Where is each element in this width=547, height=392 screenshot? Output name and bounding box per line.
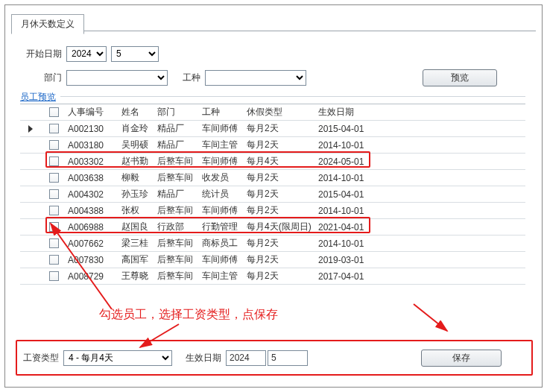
table-row[interactable]: A004302孙玉珍精品厂统计员每月2天2015-04-01 (20, 186, 525, 203)
cell-type: 每月2天 (245, 122, 317, 135)
col-date: 生效日期 (317, 106, 384, 118)
cell-type: 每月4天 (245, 155, 317, 168)
table-row[interactable]: A008729王尊晓后整车间车间主管每月2天2017-04-01 (20, 268, 525, 285)
cell-job: 收发员 (200, 171, 245, 184)
cell-dept: 后整车间 (156, 204, 200, 217)
row-checkbox[interactable] (49, 173, 59, 183)
job-label: 工种 (177, 72, 205, 84)
row-checkbox[interactable] (49, 271, 59, 281)
table-row[interactable]: A002130肖金玲精品厂车间师傅每月2天2015-04-01 (20, 121, 525, 137)
cell-name: 孙玉珍 (120, 188, 156, 200)
cell-dept: 后整车间 (156, 270, 200, 282)
table-row[interactable]: A004388张权后整车间车间师傅每月2天2014-10-01 (20, 203, 525, 219)
tab-monthly-rest[interactable]: 月休天数定义 (11, 14, 84, 34)
row-checkbox[interactable] (49, 238, 59, 248)
cell-id: A007662 (66, 238, 120, 249)
header-checkbox[interactable] (49, 107, 59, 117)
cell-job: 车间师傅 (200, 155, 245, 168)
cell-date: 2017-04-01 (317, 271, 384, 282)
cell-type: 每月2天 (245, 139, 317, 151)
cell-name: 高国军 (120, 253, 156, 266)
cell-dept: 后整车间 (156, 237, 200, 250)
window-frame: 月休天数定义 开始日期 2024 5 部门 工种 预览 员工预览 人事编号 姓名… (4, 4, 543, 388)
cell-name: 赵国良 (120, 221, 156, 233)
preview-button[interactable]: 预览 (423, 69, 497, 86)
cell-name: 吴明硕 (120, 139, 156, 151)
cell-job: 车间师傅 (200, 253, 245, 266)
cell-name: 王尊晓 (120, 270, 156, 282)
dept-select[interactable] (66, 70, 168, 86)
tab-label: 月休天数定义 (21, 19, 75, 29)
job-select[interactable] (205, 70, 306, 86)
cell-job: 车间主管 (200, 139, 245, 151)
table-row[interactable]: A003180吴明硕精品厂车间主管每月2天2014-10-01 (20, 137, 525, 154)
cell-id: A002130 (66, 124, 120, 134)
cell-name: 张权 (120, 204, 156, 217)
cell-job: 车间主管 (200, 270, 245, 282)
cell-date: 2014-10-01 (317, 140, 384, 151)
cell-date: 2015-04-01 (317, 189, 384, 200)
tab-underline (11, 31, 536, 31)
row-checkbox[interactable] (49, 255, 59, 265)
cell-id: A004388 (66, 206, 120, 216)
row-checkbox[interactable] (49, 222, 59, 232)
effective-year-input[interactable]: 2024 (226, 350, 266, 366)
cell-date: 2014-10-01 (317, 238, 384, 249)
col-name: 姓名 (120, 106, 156, 118)
section-title-link[interactable]: 员工预览 (20, 92, 56, 102)
cell-date: 2024-05-01 (317, 157, 384, 167)
row-checkbox[interactable] (49, 206, 59, 215)
start-date-label: 开始日期 (23, 48, 66, 60)
cell-type: 每月2天 (245, 171, 317, 184)
row-checkbox[interactable] (49, 157, 59, 166)
cell-date: 2014-10-01 (317, 206, 384, 216)
cell-name: 赵书勤 (120, 155, 156, 168)
table-row[interactable]: A003638柳毅后整车间收发员每月2天2014-10-01 (20, 170, 525, 186)
row-pointer-icon (28, 125, 33, 133)
cell-id: A003638 (66, 173, 120, 183)
section-title: 员工预览 (20, 91, 56, 104)
col-id: 人事编号 (66, 106, 120, 118)
cell-name: 梁三桂 (120, 237, 156, 250)
cell-dept: 行政部 (156, 221, 200, 233)
cell-id: A007830 (66, 255, 120, 265)
cell-name: 柳毅 (120, 171, 156, 184)
row-checkbox[interactable] (49, 189, 59, 199)
salary-type-label: 工资类型 (23, 352, 63, 364)
bottom-panel: 工资类型 4 - 每月4天 生效日期 2024 5 保存 (23, 348, 524, 367)
employee-grid: 人事编号 姓名 部门 工种 休假类型 生效日期 A002130肖金玲精品厂车间师… (20, 104, 525, 285)
start-year-select[interactable]: 2024 (66, 46, 107, 62)
dept-label: 部门 (23, 72, 66, 84)
cell-id: A003302 (66, 157, 120, 167)
col-type: 休假类型 (245, 106, 317, 118)
cell-type: 每月2天 (245, 270, 317, 282)
cell-type: 每月4天(限周日) (245, 221, 317, 233)
cell-id: A006988 (66, 222, 120, 233)
save-button-label: 保存 (452, 353, 470, 363)
cell-date: 2015-04-01 (317, 124, 384, 134)
cell-dept: 后整车间 (156, 253, 200, 266)
save-button[interactable]: 保存 (421, 350, 502, 367)
grid-header-row: 人事编号 姓名 部门 工种 休假类型 生效日期 (20, 104, 525, 121)
table-row[interactable]: A006988赵国良行政部行勤管理每月4天(限周日)2021-04-01 (20, 219, 525, 235)
effective-month-input[interactable]: 5 (268, 350, 308, 366)
row-checkbox[interactable] (49, 140, 59, 150)
cell-id: A004302 (66, 189, 120, 200)
table-row[interactable]: A007830高国军后整车间车间师傅每月2天2019-03-01 (20, 252, 525, 268)
row-checkbox[interactable] (49, 124, 59, 133)
start-month-select[interactable]: 5 (111, 46, 159, 62)
cell-job: 商标员工 (200, 237, 245, 250)
table-row[interactable]: A003302赵书勤后整车间车间师傅每月4天2024-05-01 (20, 154, 525, 170)
table-row[interactable]: A007662梁三桂后整车间商标员工每月2天2014-10-01 (20, 235, 525, 252)
cell-dept: 精品厂 (156, 188, 200, 200)
cell-id: A003180 (66, 140, 120, 151)
cell-name: 肖金玲 (120, 122, 156, 135)
annotation-text: 勾选员工，选择工资类型，点保存 (99, 307, 278, 323)
filter-panel: 开始日期 2024 5 部门 工种 预览 (23, 44, 524, 87)
col-job: 工种 (200, 106, 245, 118)
salary-type-select[interactable]: 4 - 每月4天 (63, 350, 172, 366)
cell-date: 2019-03-01 (317, 255, 384, 265)
cell-dept: 后整车间 (156, 155, 200, 168)
cell-type: 每月2天 (245, 237, 317, 250)
cell-date: 2021-04-01 (317, 222, 384, 233)
